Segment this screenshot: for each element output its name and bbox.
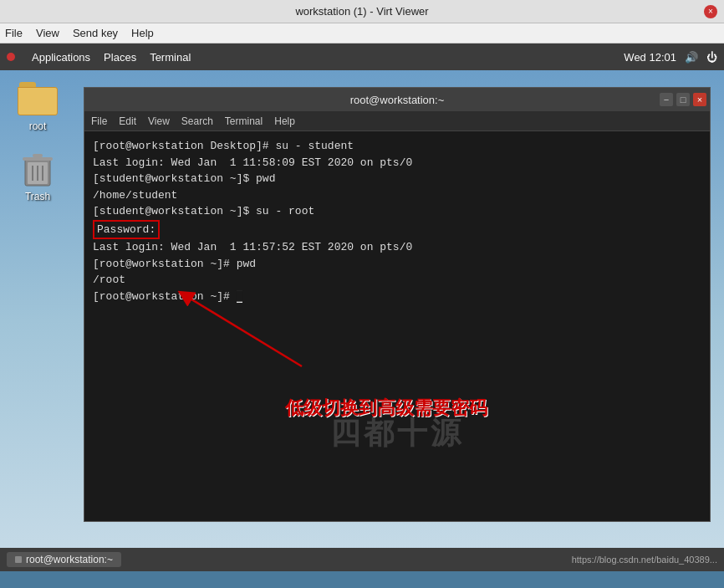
close-button[interactable]: × [704,5,717,18]
desktop-icons: root Trash [8,79,67,202]
virt-viewer-titlebar: workstation (1) - Virt Viewer × [0,0,724,23]
trash-icon-label: Trash [25,191,50,202]
terminal-window-buttons: − □ × [660,93,706,106]
annotation: 低级切换到高级需要密码 [185,404,487,421]
svg-rect-2 [23,157,53,161]
desktop-icon-root[interactable]: root [8,79,67,132]
clock: Wed 12:01 [624,51,676,64]
terminal-title: root@workstation:~ [350,94,445,106]
apps-dot [7,53,15,61]
sound-icon[interactable]: 🔊 [685,51,698,64]
folder-icon-img [18,79,58,119]
term-line-3: /home/student [93,187,701,204]
annotation-arrow [176,287,310,371]
applications-menu[interactable]: Applications [32,51,90,64]
terminal-titlebar: root@workstation:~ − □ × [84,88,710,111]
virt-viewer-menubar: File View Send key Help [0,23,724,43]
folder-icon [18,82,58,115]
desktop-icon-trash[interactable]: Trash [8,149,67,202]
taskbar-url: https://blog.csdn.net/baidu_40389... [572,555,717,565]
desktop-bar-left: Applications Places Terminal [7,51,191,64]
taskbar-item-dot [15,556,22,563]
root-icon-label: root [29,120,47,132]
taskbar-terminal-item[interactable]: root@workstation:~ [7,552,121,567]
minimize-button[interactable]: − [660,93,673,106]
term-line-7: [root@workstation ~]# pwd [93,256,701,273]
svg-line-7 [185,295,302,366]
terminal-body[interactable]: [root@workstation Desktop]# su - student… [84,131,710,521]
term-line-5: Password: [93,220,701,240]
desktop-topbar: Applications Places Terminal Wed 12:01 🔊… [0,43,724,70]
places-menu[interactable]: Places [104,51,136,64]
svg-rect-3 [33,154,43,157]
term-menu-search[interactable]: Search [181,115,213,127]
power-icon[interactable]: ⏻ [706,51,717,64]
term-menu-terminal[interactable]: Terminal [225,115,263,127]
menu-view[interactable]: View [36,27,59,39]
taskbar-right: https://blog.csdn.net/baidu_40389... [572,555,717,565]
window-title: workstation (1) - Virt Viewer [295,5,428,18]
term-line-8: /root [93,272,701,289]
term-line-4: [student@workstation ~]$ su - root [93,203,701,220]
menu-sendkey[interactable]: Send key [73,27,118,39]
trash-icon-img [18,149,58,189]
menu-file[interactable]: File [5,27,23,39]
trash-icon [21,151,54,187]
terminal-menu-item[interactable]: Terminal [150,51,191,64]
term-line-6: Last login: Wed Jan 1 11:57:52 EST 2020 … [93,239,701,256]
term-menu-file[interactable]: File [91,115,107,127]
maximize-button[interactable]: □ [676,93,690,106]
taskbar-item-label: root@workstation:~ [26,554,113,565]
desktop-bar-right: Wed 12:01 🔊 ⏻ [624,51,717,64]
taskbar-left: root@workstation:~ [7,552,121,567]
folder-body [18,87,58,115]
term-line-2: [student@workstation ~]$ pwd [93,171,701,187]
annotation-text: 低级切换到高级需要密码 [285,396,487,421]
term-line-0: [root@workstation Desktop]# su - student [93,138,701,155]
term-menu-help[interactable]: Help [274,115,295,127]
term-menu-edit[interactable]: Edit [119,115,136,127]
terminal-menubar: File Edit View Search Terminal Help [84,111,710,131]
term-menu-view[interactable]: View [148,115,170,127]
terminal-window: root@workstation:~ − □ × File Edit View … [84,87,711,522]
terminal-close-button[interactable]: × [693,93,706,106]
term-line-1: Last login: Wed Jan 1 11:58:09 EST 2020 … [93,155,701,171]
password-prompt: Password: [93,220,160,240]
menu-help[interactable]: Help [131,27,154,39]
taskbar: root@workstation:~ https://blog.csdn.net… [0,548,724,571]
desktop: root Trash root@workstation:~ [0,70,724,571]
